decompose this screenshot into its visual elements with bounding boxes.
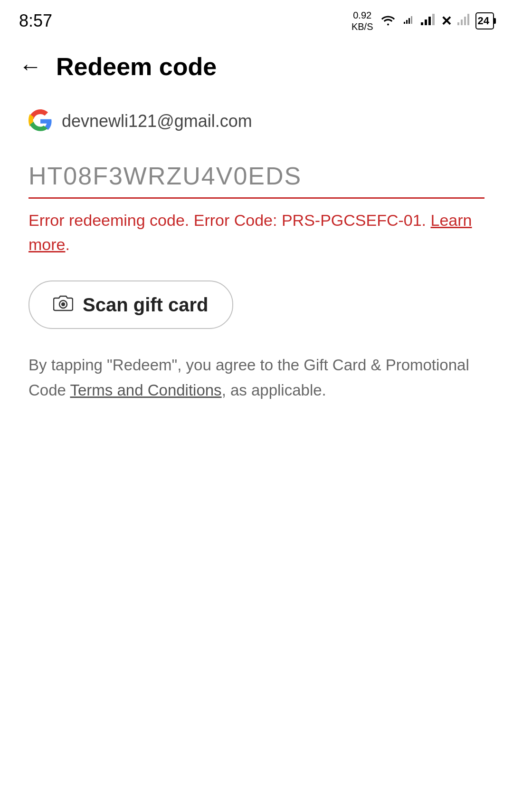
account-row: devnewli121@gmail.com <box>28 109 484 133</box>
error-text: Error redeeming code. Error Code: PRS-PG… <box>28 211 472 253</box>
terms-link[interactable]: Terms and Conditions <box>70 381 221 399</box>
x-icon: ✕ <box>441 13 452 29</box>
scan-gift-card-button[interactable]: Scan gift card <box>28 280 233 329</box>
svg-rect-3 <box>432 14 435 25</box>
phone-icon <box>401 12 415 30</box>
signal-icon <box>420 13 436 29</box>
back-button[interactable]: ← <box>19 55 42 78</box>
svg-point-9 <box>61 302 65 306</box>
status-time: 8:57 <box>19 11 52 31</box>
svg-rect-6 <box>464 17 466 25</box>
code-input[interactable] <box>28 157 484 199</box>
camera-icon <box>53 293 73 316</box>
signal2-icon <box>456 13 471 29</box>
page-title: Redeem code <box>56 52 217 81</box>
svg-rect-2 <box>428 17 431 25</box>
svg-rect-7 <box>467 14 469 25</box>
status-bar: 8:57 0.92KB/S <box>0 0 513 38</box>
google-logo <box>28 109 52 133</box>
scan-button-label: Scan gift card <box>83 294 209 316</box>
svg-rect-4 <box>457 22 459 25</box>
data-speed: 0.92KB/S <box>352 10 373 32</box>
wifi-icon <box>380 13 396 29</box>
error-message: Error redeeming code. Error Code: PRS-PG… <box>28 208 484 257</box>
battery-icon: 24 <box>475 12 494 29</box>
svg-rect-1 <box>425 19 427 25</box>
svg-rect-5 <box>461 19 463 25</box>
terms-text: By tapping "Redeem", you agree to the Gi… <box>28 353 484 403</box>
account-email: devnewli121@gmail.com <box>62 111 252 131</box>
content: devnewli121@gmail.com Error redeeming co… <box>0 90 513 422</box>
code-input-section <box>28 157 484 199</box>
svg-rect-0 <box>421 22 423 25</box>
status-icons: 0.92KB/S <box>352 10 494 32</box>
header: ← Redeem code <box>0 38 513 90</box>
